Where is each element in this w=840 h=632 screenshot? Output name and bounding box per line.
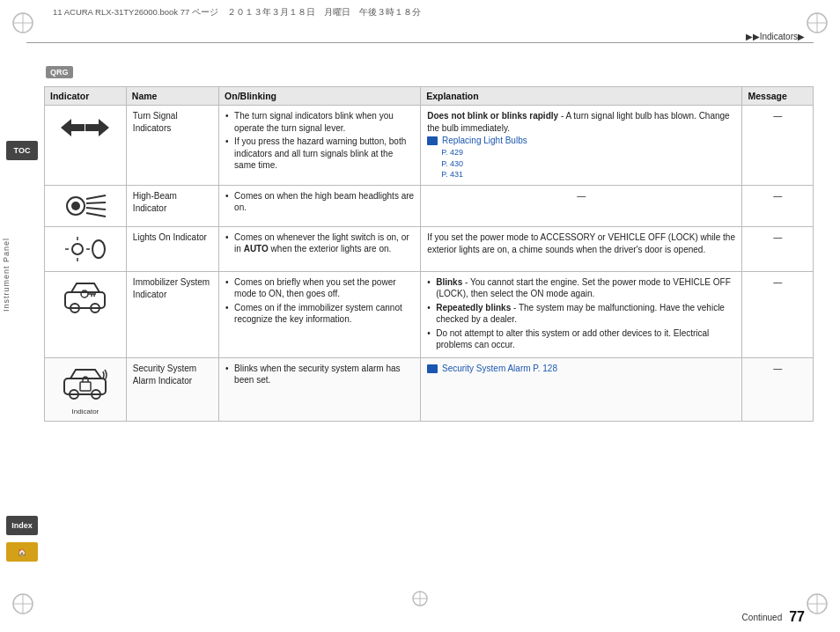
immobilizer-explanation: Blinks - You cannot start the engine. Se…	[421, 271, 742, 357]
list-item: If you press the hazard warning button, …	[225, 136, 414, 172]
security-link-page: P. 128	[533, 364, 557, 373]
indicator-table: Indicator Name On/Blinking Explanation M…	[44, 86, 814, 422]
corner-decoration-br	[805, 592, 829, 616]
sidebar: TOC Instrument Panel Index 🏠	[0, 62, 44, 588]
blinks-bold: Blinks	[436, 277, 462, 287]
crosshair-bottom	[411, 590, 429, 607]
rep-blinks-bold: Repeatedly blinks	[436, 303, 511, 312]
lights-on-message: —	[742, 226, 814, 271]
svg-marker-15	[61, 119, 85, 136]
list-item: Comes on whenever the light switch is on…	[225, 231, 414, 255]
svg-point-23	[72, 244, 83, 254]
col-header-name: Name	[126, 87, 218, 106]
breadcrumb: ▶▶Indicators▶	[746, 32, 805, 41]
high-beam-icon	[51, 190, 120, 222]
svg-rect-39	[80, 382, 91, 391]
list-item: The turn signal indicators blink when yo…	[225, 110, 414, 134]
page-header: 11 ACURA RLX-31TY26000.book 77 ページ ２０１３年…	[0, 0, 840, 62]
book-icon	[427, 364, 438, 373]
svg-line-22	[86, 213, 106, 217]
lights-on-onblink: Comes on whenever the light switch is on…	[219, 226, 421, 271]
main-content: Indicator Name On/Blinking Explanation M…	[44, 62, 814, 588]
immobilizer-onblink: Comes on briefly when you set the power …	[219, 271, 421, 357]
corner-decoration-bl	[11, 592, 35, 616]
list-item: Blinks - You cannot start the engine. Se…	[427, 276, 735, 300]
home-button[interactable]: 🏠	[6, 542, 38, 562]
turn-signal-icon	[51, 110, 120, 145]
immobilizer-name: Immobilizer System Indicator	[126, 271, 218, 357]
instrument-panel-label: Instrument Panel	[2, 238, 11, 312]
turn-signal-onblink: The turn signal indicators blink when yo…	[219, 106, 421, 186]
col-header-indicator: Indicator	[45, 87, 127, 106]
list-item: Comes on when the high beam headlights a…	[225, 190, 414, 214]
list-item: Do not attempt to alter this system or a…	[427, 327, 735, 351]
turn-signal-explanation: Does not blink or blinks rapidly - A tur…	[421, 106, 742, 186]
header-divider	[26, 42, 814, 43]
lights-on-indicator-cell	[45, 226, 127, 271]
toc-button[interactable]: TOC	[6, 141, 38, 160]
security-system-alarm-link[interactable]: Security System Alarm P. 128	[442, 364, 557, 373]
immobilizer-icon	[51, 276, 120, 315]
replacing-light-bulbs-link[interactable]: Replacing Light Bulbs	[442, 136, 527, 145]
page-number: 77	[789, 609, 805, 625]
page-footer: Continued 77	[742, 609, 805, 625]
table-row: Turn Signal Indicators The turn signal i…	[45, 106, 814, 186]
turn-signal-indicator-cell	[45, 106, 127, 186]
immobilizer-indicator-cell	[45, 271, 127, 357]
col-header-onblink: On/Blinking	[219, 87, 421, 106]
security-system-indicator-cell: Indicator	[45, 357, 127, 421]
col-header-explanation: Explanation	[421, 87, 742, 106]
index-button[interactable]: Index	[6, 516, 38, 535]
high-beam-message: —	[742, 185, 814, 226]
immobilizer-message: —	[742, 271, 814, 357]
page-ref-431: P. 431	[441, 169, 735, 180]
svg-line-19	[86, 195, 106, 199]
high-beam-explanation: —	[421, 185, 742, 226]
page-ref-430: P. 430	[441, 158, 735, 170]
page-ref-429: P. 429	[441, 147, 735, 158]
high-beam-name: High-Beam Indicator	[126, 185, 218, 226]
blinks-text: - You cannot start the engine. Set the p…	[436, 277, 731, 299]
lights-on-explanation: If you set the power mode to ACCESSORY o…	[421, 226, 742, 271]
security-system-message: —	[742, 357, 814, 421]
high-beam-onblink: Comes on when the high beam headlights a…	[219, 185, 421, 226]
svg-line-21	[86, 208, 106, 209]
page: 11 ACURA RLX-31TY26000.book 77 ページ ２０１３年…	[0, 0, 840, 632]
turn-signal-name: Turn Signal Indicators	[126, 106, 218, 186]
breadcrumb-text: ▶▶Indicators▶	[746, 32, 805, 41]
col-header-message: Message	[742, 87, 814, 106]
table-row: High-Beam Indicator Comes on when the hi…	[45, 185, 814, 226]
continued-label: Continued	[742, 613, 783, 622]
list-item: Comes on if the immobilizer system canno…	[225, 302, 414, 326]
security-system-icon	[51, 363, 120, 405]
security-system-explanation: Security System Alarm P. 128	[421, 357, 742, 421]
security-system-onblink: Blinks when the security system alarm ha…	[219, 357, 421, 421]
file-meta: 11 ACURA RLX-31TY26000.book 77 ページ ２０１３年…	[53, 7, 421, 18]
table-row: Immobilizer System Indicator Comes on br…	[45, 271, 814, 357]
home-icon: 🏠	[18, 548, 26, 556]
lights-on-icon	[51, 231, 120, 267]
table-row: Indicator Security System Alarm Indicato…	[45, 357, 814, 421]
lights-on-name: Lights On Indicator	[126, 226, 218, 271]
list-item: Comes on briefly when you set the power …	[225, 276, 414, 300]
svg-point-18	[71, 202, 80, 210]
svg-line-20	[86, 202, 106, 203]
explanation-bold: Does not blink or blinks rapidly	[427, 111, 558, 121]
book-icon	[427, 136, 438, 145]
list-item: Repeatedly blinks - The system may be ma…	[427, 302, 735, 326]
security-link-text: Security System Alarm	[442, 364, 531, 373]
list-item: Blinks when the security system alarm ha…	[225, 363, 414, 386]
svg-marker-16	[85, 119, 109, 136]
high-beam-indicator-cell	[45, 185, 127, 226]
table-row: Lights On Indicator Comes on whenever th…	[45, 226, 814, 271]
indicator-label: Indicator	[51, 407, 120, 416]
turn-signal-message: —	[742, 106, 814, 186]
svg-point-28	[92, 240, 105, 258]
security-system-name: Security System Alarm Indicator	[126, 357, 218, 421]
